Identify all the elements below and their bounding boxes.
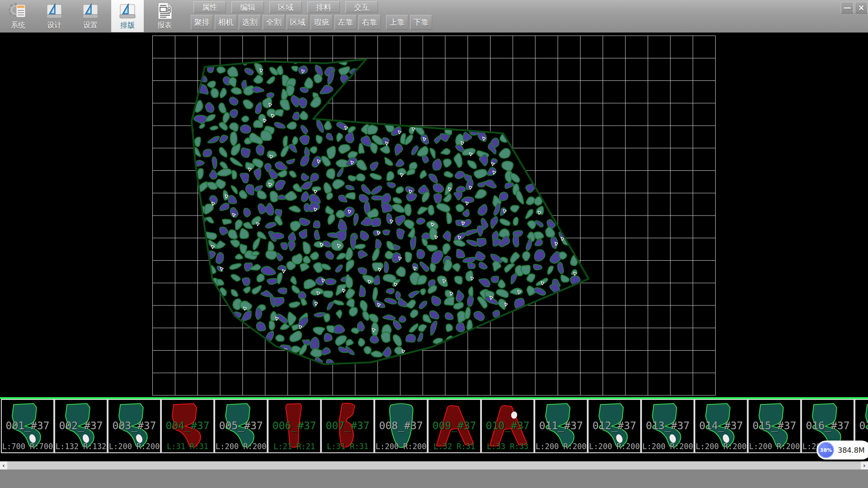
pattern-filmstrip: 001_#37L:700 R:700002_#37L:132 R:132003_… [0, 399, 868, 453]
action-button-row: 聚排相机选割全割区域瑕疵左靠右靠上靠下靠 [191, 15, 434, 29]
design-button-label: 设计 [47, 21, 61, 30]
scroll-left-arrow[interactable]: ‹ [0, 461, 7, 469]
scroll-right-arrow[interactable]: › [861, 461, 868, 469]
pattern-name: 007_#37 [322, 420, 373, 432]
pattern-lr-count: L:31 R:31 [162, 442, 213, 451]
memory-value: 384.8M [838, 446, 865, 455]
pattern-thumbnail-004_#37[interactable]: 004_#37L:31 R:31 [161, 399, 214, 453]
pattern-name: 013_#37 [642, 420, 693, 432]
action-button-8[interactable]: 右靠 [359, 15, 381, 30]
pattern-lr-count: L:33 R:33 [482, 442, 533, 451]
system-button[interactable]: 系统 [2, 0, 34, 32]
pattern-thumbnail-001_#37[interactable]: 001_#37L:700 R:700 [1, 399, 54, 453]
menu-tab-4[interactable]: 排料 [307, 1, 340, 13]
report-button-label: 报表 [157, 21, 172, 30]
triangle-ruler-icon [118, 1, 137, 21]
toolbar: 系统 设计 设置 [0, 0, 868, 33]
pattern-lr-count: L:200 R:200 [749, 442, 800, 451]
pattern-lr-count: L:32 R:31 [429, 442, 480, 451]
action-button-7[interactable]: 左靠 [335, 15, 357, 30]
memory-usage-badge[interactable]: 38% 384.8M [816, 441, 868, 460]
pattern-lr-count: L:200 R:200 [215, 442, 267, 451]
nesting-canvas[interactable] [0, 33, 868, 397]
gear-document-icon [8, 1, 28, 21]
pattern-thumbnail-015_#37[interactable]: 015_#37L:200 R:200 [748, 399, 801, 453]
menu-tab-1[interactable]: 属性 [193, 1, 226, 13]
horizontal-scrollbar[interactable]: ‹ › [0, 461, 868, 469]
pattern-thumbnail-011_#37[interactable]: 011_#37L:200 R:200 [534, 399, 588, 453]
pattern-name: 006_#37 [269, 420, 320, 432]
pattern-name: 014_#37 [695, 420, 747, 432]
settings-button-label: 设置 [83, 21, 98, 30]
pattern-lr-count: L:700 R:700 [2, 442, 53, 451]
report-document-icon [155, 1, 175, 21]
pattern-lr-count: L:200 R:200 [535, 442, 587, 451]
pattern-name: 003_#37 [108, 420, 160, 432]
pattern-lr-count: L:21 R:21 [269, 442, 320, 451]
pattern-name: 009_#37 [429, 420, 480, 432]
pattern-name: 011_#37 [535, 420, 587, 432]
application-window: 系统 设计 设置 [0, 0, 868, 488]
pattern-name: 015_#37 [749, 420, 800, 432]
pattern-name: 002_#37 [55, 420, 107, 432]
pattern-name: 016_#37 [802, 420, 854, 432]
pattern-lr-count: L:200 R:200 [642, 442, 693, 451]
pattern-name: 012_#37 [589, 420, 640, 432]
nesting-button-label: 排版 [120, 21, 135, 30]
action-button-3[interactable]: 选割 [239, 15, 261, 30]
action-button-1[interactable]: 聚排 [191, 15, 213, 30]
pattern-thumbnail-006_#37[interactable]: 006_#37L:21 R:21 [268, 399, 321, 453]
pattern-thumbnail-010_#37[interactable]: 010_#37L:33 R:33 [481, 399, 534, 453]
pattern-lr-count: L:200 R:200 [589, 442, 640, 451]
nesting-button-active[interactable]: 排版 [111, 0, 144, 32]
status-bar [0, 469, 868, 488]
menu-tab-2[interactable]: 编辑 [231, 1, 264, 13]
menu-tab-5[interactable]: 交互 [345, 1, 378, 13]
action-button-9[interactable]: 上靠 [386, 15, 408, 30]
action-button-2[interactable]: 相机 [215, 15, 237, 30]
pattern-thumbnail-012_#37[interactable]: 012_#37L:200 R:200 [588, 399, 641, 453]
pattern-name: 001_#37 [2, 420, 53, 432]
close-button[interactable]: × [855, 2, 868, 14]
pattern-name: 010_#37 [482, 420, 533, 432]
pattern-thumbnail-009_#37[interactable]: 009_#37L:32 R:31 [428, 399, 481, 453]
pattern-thumbnail-002_#37[interactable]: 002_#37L:132 R:132 [54, 399, 108, 453]
pattern-name: 004_#37 [162, 420, 213, 432]
pattern-thumbnail-013_#37[interactable]: 013_#37L:200 R:200 [641, 399, 694, 453]
triangle-ruler-icon [80, 1, 100, 21]
action-button-4[interactable]: 全割 [263, 15, 285, 30]
minimize-button[interactable]: — [841, 2, 854, 14]
triangle-ruler-icon [44, 1, 64, 21]
pattern-thumbnail-003_#37[interactable]: 003_#37L:200 R:200 [108, 399, 161, 453]
pattern-lr-count: L:132 R:132 [55, 442, 107, 451]
pattern-lr-count: L:200 R:200 [375, 442, 427, 451]
pattern-thumbnail-014_#37[interactable]: 014_#37L:200 R:200 [694, 399, 748, 453]
pattern-lr-count: L:200 R:200 [695, 442, 747, 451]
pattern-thumbnail-008_#37[interactable]: 008_#37L:200 R:200 [374, 399, 428, 453]
action-button-6[interactable]: 瑕疵 [311, 15, 333, 30]
pattern-name: 005_#37 [215, 420, 267, 432]
menu-tab-row: 属性编辑区域排料交互 [193, 1, 383, 13]
pattern-lr-count: L:200 R:200 [108, 442, 160, 451]
pattern-thumbnail-005_#37[interactable]: 005_#37L:200 R:200 [214, 399, 268, 453]
pattern-name: 017_#37 [855, 420, 868, 432]
pattern-name: 008_#37 [375, 420, 427, 432]
action-button-5[interactable]: 区域 [287, 15, 309, 30]
pattern-thumbnail-007_#37[interactable]: 007_#37L:31 R:31 [321, 399, 374, 453]
system-button-label: 系统 [11, 21, 25, 30]
percent-circle: 38% [818, 442, 834, 458]
design-button[interactable]: 设计 [38, 0, 71, 32]
menu-tab-3[interactable]: 区域 [269, 1, 302, 13]
nest-drawing [0, 33, 868, 397]
action-button-10[interactable]: 下靠 [410, 15, 432, 30]
pattern-lr-count: L:31 R:31 [322, 442, 373, 451]
settings-button[interactable]: 设置 [74, 0, 107, 32]
report-button[interactable]: 报表 [148, 0, 181, 32]
